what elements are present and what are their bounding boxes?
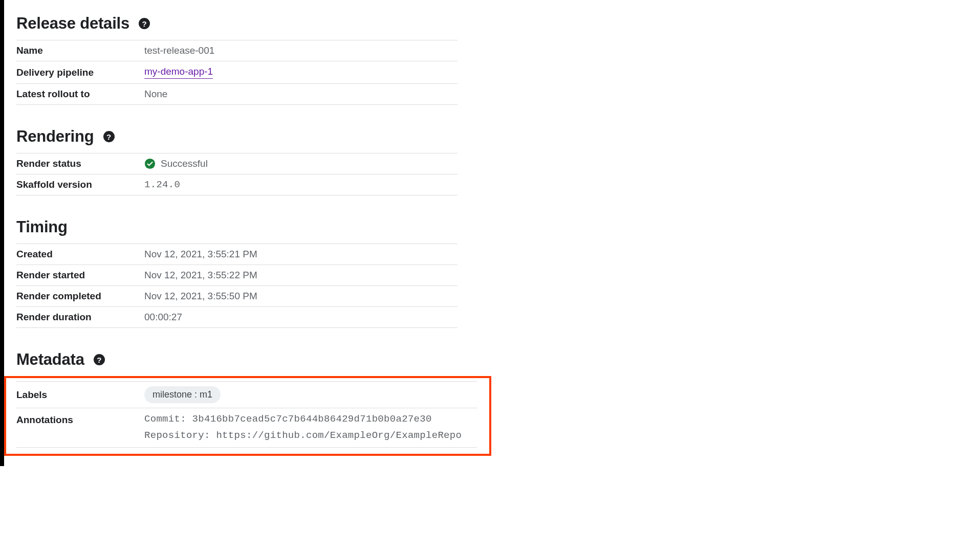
metadata-section: Metadata ? Labels milestone : m1 Annotat… bbox=[16, 350, 458, 456]
created-label: Created bbox=[16, 249, 144, 260]
labels-row: Labels milestone : m1 bbox=[16, 381, 477, 408]
release-details-title: Release details bbox=[16, 14, 129, 33]
rendering-title: Rendering bbox=[16, 127, 94, 146]
delivery-pipeline-link[interactable]: my-demo-app-1 bbox=[144, 66, 213, 79]
name-value: test-release-001 bbox=[144, 45, 214, 56]
render-duration-label: Render duration bbox=[16, 312, 144, 323]
name-row: Name test-release-001 bbox=[16, 40, 458, 61]
skaffold-version-value: 1.24.0 bbox=[144, 179, 180, 190]
render-started-row: Render started Nov 12, 2021, 3:55:22 PM bbox=[16, 265, 458, 285]
timing-section: Timing Created Nov 12, 2021, 3:55:21 PM … bbox=[16, 218, 458, 328]
delivery-pipeline-label: Delivery pipeline bbox=[16, 67, 144, 78]
latest-rollout-label: Latest rollout to bbox=[16, 89, 144, 100]
render-duration-row: Render duration 00:00:27 bbox=[16, 306, 458, 328]
annotations-label: Annotations bbox=[16, 413, 144, 441]
render-status-row: Render status Successful bbox=[16, 153, 458, 174]
release-details-section: Release details ? Name test-release-001 … bbox=[16, 14, 458, 105]
rendering-section: Rendering ? Render status Successful Ska… bbox=[16, 127, 458, 195]
annotation-commit: Commit: 3b416bb7cead5c7c7b644b86429d71b0… bbox=[144, 413, 462, 425]
render-duration-value: 00:00:27 bbox=[144, 312, 182, 323]
created-value: Nov 12, 2021, 3:55:21 PM bbox=[144, 249, 257, 260]
help-icon[interactable]: ? bbox=[139, 18, 150, 29]
latest-rollout-row: Latest rollout to None bbox=[16, 83, 458, 105]
help-icon[interactable]: ? bbox=[94, 354, 105, 365]
name-label: Name bbox=[16, 45, 144, 56]
render-status-value: Successful bbox=[161, 158, 208, 169]
render-started-label: Render started bbox=[16, 270, 144, 281]
timing-title: Timing bbox=[16, 218, 68, 236]
svg-point-0 bbox=[145, 159, 155, 169]
render-completed-label: Render completed bbox=[16, 291, 144, 302]
latest-rollout-value: None bbox=[144, 89, 167, 100]
created-row: Created Nov 12, 2021, 3:55:21 PM bbox=[16, 244, 458, 265]
skaffold-version-label: Skaffold version bbox=[16, 179, 144, 190]
annotations-row: Annotations Commit: 3b416bb7cead5c7c7b64… bbox=[16, 408, 477, 448]
metadata-highlight-box: Labels milestone : m1 Annotations Commit… bbox=[4, 376, 491, 456]
render-completed-row: Render completed Nov 12, 2021, 3:55:50 P… bbox=[16, 285, 458, 306]
labels-label: Labels bbox=[16, 389, 144, 401]
success-check-icon bbox=[144, 158, 156, 169]
help-icon[interactable]: ? bbox=[103, 131, 115, 142]
delivery-pipeline-row: Delivery pipeline my-demo-app-1 bbox=[16, 61, 458, 83]
render-completed-value: Nov 12, 2021, 3:55:50 PM bbox=[144, 291, 257, 302]
skaffold-version-row: Skaffold version 1.24.0 bbox=[16, 174, 458, 195]
metadata-title: Metadata bbox=[16, 350, 84, 369]
label-chip: milestone : m1 bbox=[144, 386, 221, 403]
annotation-repository: Repository: https://github.com/ExampleOr… bbox=[144, 430, 462, 441]
render-started-value: Nov 12, 2021, 3:55:22 PM bbox=[144, 270, 257, 281]
render-status-label: Render status bbox=[16, 158, 144, 169]
